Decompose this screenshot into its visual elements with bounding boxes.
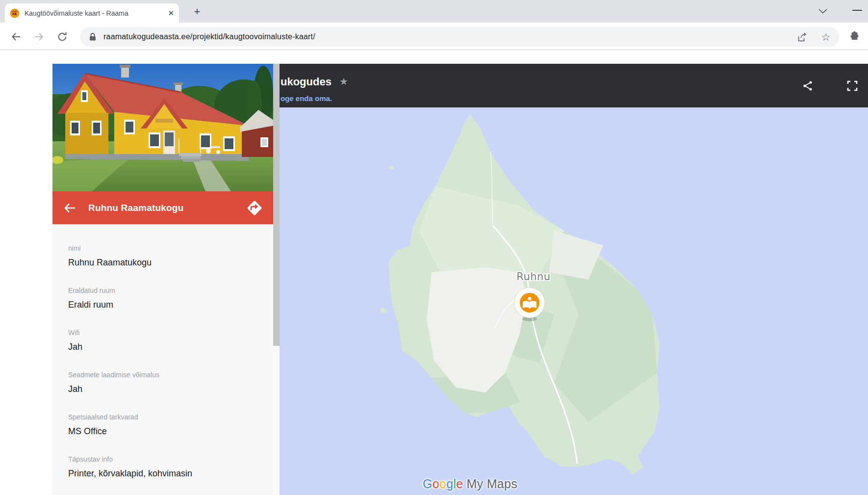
map-canvas[interactable]: Ruhnu GoogleMy Maps — [280, 107, 868, 495]
url-bar[interactable]: raamatukogudeaasta.ee/projektid/kaugtoov… — [80, 27, 839, 47]
field-value: Eraldi ruum — [68, 299, 263, 310]
share-page-icon[interactable] — [795, 30, 809, 44]
directions-icon[interactable] — [244, 197, 265, 219]
place-label: Ruhnu — [516, 271, 550, 283]
extensions-puzzle-icon[interactable] — [846, 29, 861, 44]
lock-icon — [89, 32, 97, 41]
field-wifi: Wifi Jah — [68, 329, 263, 352]
map-header: ukogudes★ oge enda oma. — [280, 64, 868, 107]
tab-kaugtoovoimaluste-kaart[interactable]: Kaugtöövõimaluste kaart - Raama ✕ — [5, 3, 179, 23]
vertical-scrollbar[interactable] — [273, 58, 280, 495]
field-nimi: nimi Ruhnu Raamatukogu — [68, 244, 263, 268]
create-your-own-link[interactable]: oge enda oma. — [281, 94, 332, 103]
browser-window: Kaugtöövõimaluste kaart - Raama ✕ + raam… — [0, 0, 868, 495]
panel-header: Ruhnu Raamatukogu — [52, 191, 273, 224]
field-value: Jah — [68, 341, 263, 352]
field-tarkvarad: Spetsiaalsed tarkvarad MS Office — [68, 413, 263, 437]
new-tab-button[interactable]: + — [190, 4, 204, 19]
tab-search-chevron-icon[interactable] — [816, 5, 830, 18]
bookmark-star-icon[interactable]: ☆ — [819, 30, 833, 44]
back-button[interactable] — [9, 29, 24, 44]
field-label: Spetsiaalsed tarkvarad — [68, 413, 263, 421]
field-value: Ruhnu Raamatukogu — [68, 257, 263, 268]
library-photo — [52, 64, 273, 191]
map-share-icon[interactable] — [800, 78, 815, 93]
field-value: Printer, kõrvaklapid, kohvimasin — [68, 468, 263, 479]
tab-title: Kaugtöövõimaluste kaart - Raama — [25, 9, 165, 17]
field-tapsustav-info: Täpsustav info Printer, kõrvaklapid, koh… — [68, 455, 263, 479]
forward-button[interactable] — [31, 29, 46, 44]
panel-back-icon[interactable] — [63, 201, 77, 215]
field-label: Eraldatud ruum — [68, 287, 263, 294]
field-laadimine: Seadmete laadimise võimalus Jah — [68, 371, 263, 394]
fullscreen-icon[interactable] — [845, 78, 860, 93]
url-text[interactable]: raamatukogudeaasta.ee/projektid/kaugtoov… — [103, 32, 315, 41]
place-details: nimi Ruhnu Raamatukogu Eraldatud ruum Er… — [52, 224, 273, 495]
tab-close-icon[interactable]: ✕ — [168, 9, 174, 17]
field-value: MS Office — [68, 426, 263, 437]
site-favicon-icon — [10, 8, 20, 18]
field-label: nimi — [68, 244, 263, 252]
window-minimize-button[interactable] — [852, 10, 862, 11]
google-mymaps-watermark: GoogleMy Maps — [423, 477, 517, 491]
map-title-fragment: ukogudes★ — [281, 76, 348, 88]
map-star-icon[interactable]: ★ — [339, 76, 348, 87]
scrollbar-thumb[interactable] — [273, 64, 280, 346]
tab-strip: Kaugtöövõimaluste kaart - Raama ✕ + — [0, 0, 868, 23]
mymaps-embed: ukogudes★ oge enda oma. — [280, 50, 868, 495]
field-value: Jah — [68, 384, 263, 394]
field-eraldatud-ruum: Eraldatud ruum Eraldi ruum — [68, 287, 263, 310]
field-label: Wifi — [68, 329, 263, 337]
reload-button[interactable] — [55, 29, 70, 44]
place-info-panel: Ruhnu Raamatukogu nimi Ruhnu Raamatukogu… — [52, 64, 273, 495]
panel-title: Ruhnu Raamatukogu — [88, 191, 183, 224]
field-label: Seadmete laadimise võimalus — [68, 371, 263, 379]
field-label: Täpsustav info — [68, 455, 263, 463]
